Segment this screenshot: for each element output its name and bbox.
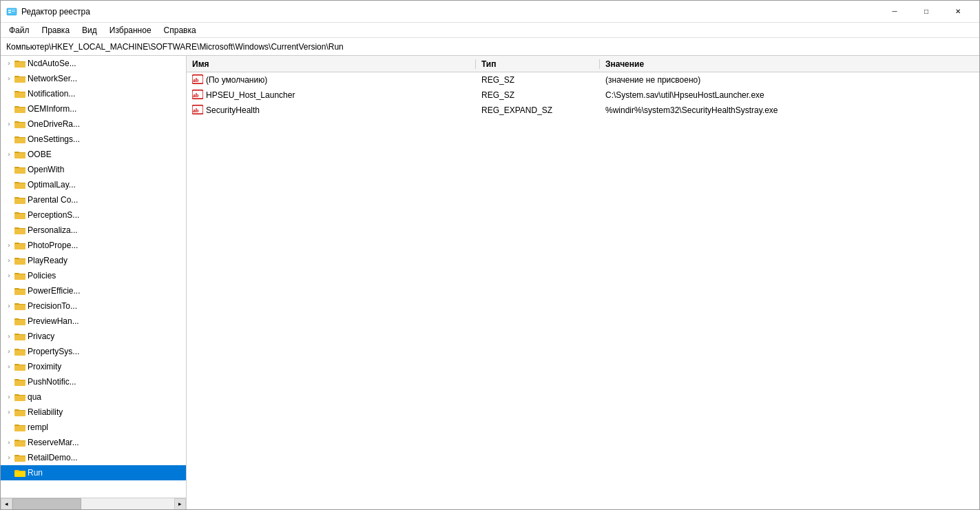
svg-rect-66: [14, 365, 25, 371]
svg-rect-64: [14, 349, 25, 350]
svg-rect-39: [14, 228, 25, 234]
tree-item-label: PushNotific...: [28, 377, 76, 387]
folder-icon: [14, 271, 25, 280]
menu-view[interactable]: Вид: [76, 24, 103, 37]
title-bar-controls: ─ □ ✕: [879, 1, 974, 23]
svg-rect-69: [14, 380, 25, 386]
folder-icon: [14, 392, 25, 402]
svg-rect-28: [14, 167, 25, 168]
minimize-button[interactable]: ─: [879, 1, 910, 23]
tree-item-onesettings[interactable]: OneSettings...: [1, 132, 186, 147]
tree-item-openwith[interactable]: OpenWith: [1, 162, 186, 177]
menu-favorites[interactable]: Избранное: [104, 24, 157, 37]
tree-horizontal-scrollbar[interactable]: ◂ ▸: [1, 498, 186, 509]
cell-name-1: ab HPSEU_Host_Launcher: [187, 90, 476, 101]
maximize-button[interactable]: □: [910, 1, 942, 23]
tree-item-oeminform[interactable]: OEMInform...: [1, 101, 186, 116]
cell-type-0: REG_SZ: [476, 75, 600, 85]
svg-rect-7: [14, 61, 25, 62]
table-row[interactable]: ab SecurityHealthREG_EXPAND_SZ%windir%\s…: [187, 103, 979, 118]
tree-item-privacy[interactable]: Privacy: [1, 329, 186, 344]
svg-rect-1: [8, 10, 11, 11]
folder-icon: [14, 362, 25, 371]
table-header: Имя Тип Значение: [187, 56, 979, 72]
tree-item-notification[interactable]: Notification...: [1, 86, 186, 101]
svg-rect-72: [14, 395, 25, 401]
svg-rect-48: [14, 274, 25, 280]
tree-item-parentalco[interactable]: Parental Co...: [1, 192, 186, 207]
tree-item-rempl[interactable]: rempl: [1, 420, 186, 435]
tree-item-powerefficie[interactable]: PowerEfficie...: [1, 283, 186, 298]
tree-item-photoprope[interactable]: PhotoPrope...: [1, 238, 186, 253]
chevron-icon: [3, 58, 14, 69]
tree-item-onedrivera[interactable]: OneDriveRa...: [1, 116, 186, 132]
svg-rect-57: [14, 319, 25, 325]
tree-item-reliability[interactable]: Reliability: [1, 405, 186, 420]
tree-item-proximity[interactable]: Proximity: [1, 359, 186, 374]
tree-item-ncdautose[interactable]: NcdAutoSe...: [1, 56, 186, 71]
folder-icon: [14, 316, 25, 326]
menu-edit[interactable]: Правка: [37, 24, 76, 37]
tree-item-policies[interactable]: Policies: [1, 268, 186, 283]
tree-item-optimallay[interactable]: OptimalLay...: [1, 177, 186, 192]
tree-item-qua[interactable]: qua: [1, 389, 186, 405]
folder-icon: [14, 241, 25, 250]
close-button[interactable]: ✕: [942, 1, 974, 23]
folder-icon: [14, 347, 25, 356]
svg-rect-25: [14, 152, 25, 153]
tree-item-label: ReserveMar...: [28, 438, 79, 447]
tree-item-label: OptimalLay...: [28, 180, 76, 190]
chevron-icon: [3, 391, 14, 402]
chevron-icon: [3, 437, 14, 448]
tree-item-label: rempl: [28, 422, 48, 432]
svg-rect-19: [14, 122, 25, 123]
tree-item-run[interactable]: Run: [1, 465, 186, 480]
svg-rect-85: [14, 456, 25, 456]
title-bar-left: Редактор реестра: [6, 6, 90, 17]
svg-rect-15: [14, 107, 25, 113]
tree-item-label: Policies: [28, 271, 56, 280]
cell-value-2: %windir%\system32\SecurityHealthSystray.…: [600, 105, 979, 115]
table-row[interactable]: ab HPSEU_Host_LauncherREG_SZC:\System.sa…: [187, 88, 979, 103]
svg-rect-36: [14, 213, 25, 219]
svg-rect-88: [14, 471, 25, 471]
tree-item-networkser[interactable]: NetworkSer...: [1, 71, 186, 86]
svg-rect-22: [14, 137, 25, 138]
scroll-left-button[interactable]: ◂: [1, 498, 12, 510]
tree-item-perceptions[interactable]: PerceptionS...: [1, 207, 186, 223]
menu-help[interactable]: Справка: [158, 24, 202, 37]
svg-rect-55: [14, 304, 25, 305]
svg-rect-30: [14, 183, 25, 189]
entry-name: (По умолчанию): [206, 75, 267, 85]
svg-rect-21: [14, 137, 25, 143]
tree-item-propertysys[interactable]: PropertySys...: [1, 344, 186, 359]
tree-item-retaildemo[interactable]: RetailDemo...: [1, 450, 186, 465]
tree-item-precisionto[interactable]: PrecisionTo...: [1, 298, 186, 314]
tree-item-playready[interactable]: PlayReady: [1, 253, 186, 268]
svg-rect-52: [14, 289, 25, 289]
tree-item-oobe[interactable]: OOBE: [1, 147, 186, 162]
tree-item-label: NcdAutoSe...: [28, 59, 76, 68]
chevron-icon: [3, 346, 14, 357]
chevron-icon: [3, 149, 14, 160]
title-bar: Редактор реестра ─ □ ✕: [1, 1, 979, 23]
svg-rect-31: [14, 183, 25, 183]
tree-scroll-area[interactable]: NcdAutoSe... NetworkSer... Notification.…: [1, 56, 186, 498]
tree-item-reservemar[interactable]: ReserveMar...: [1, 435, 186, 450]
scroll-right-button[interactable]: ▸: [174, 498, 186, 510]
tree-item-previewhan[interactable]: PreviewHan...: [1, 314, 186, 329]
tree-item-personaliza[interactable]: Personaliza...: [1, 223, 186, 238]
folder-icon: [14, 422, 25, 432]
column-name-header: Имя: [187, 59, 476, 69]
tree-item-label: PlayReady: [28, 256, 67, 265]
folder-icon: [14, 150, 25, 159]
tree-item-pushnotific[interactable]: PushNotific...: [1, 374, 186, 389]
scroll-thumb[interactable]: [12, 498, 81, 510]
scroll-track[interactable]: [12, 498, 174, 510]
table-body: ab (По умолчанию)REG_SZ(значение не прис…: [187, 72, 979, 509]
svg-rect-81: [14, 440, 25, 447]
menu-file[interactable]: Файл: [3, 24, 35, 37]
folder-icon: [14, 59, 25, 68]
table-row[interactable]: ab (По умолчанию)REG_SZ(значение не прис…: [187, 72, 979, 88]
svg-rect-73: [14, 395, 25, 396]
